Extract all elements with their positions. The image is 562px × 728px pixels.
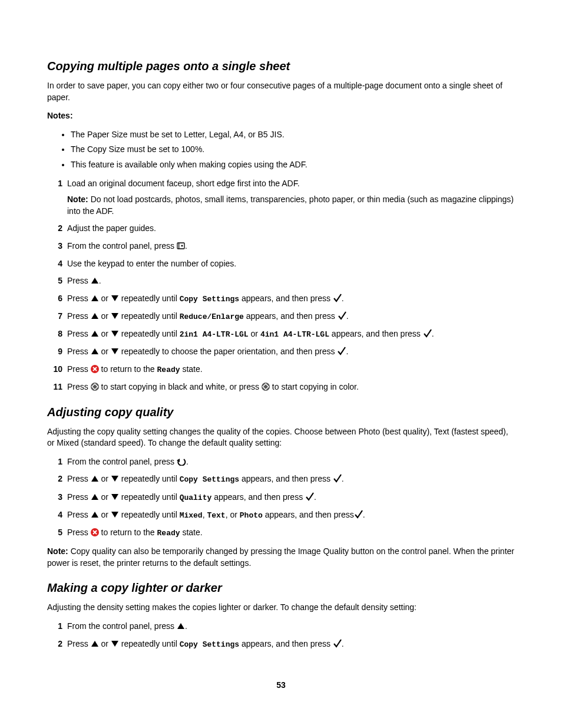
section1-heading: Copying multiple pages onto a single she… bbox=[47, 58, 515, 74]
section3-intro: Adjusting the density setting makes the … bbox=[47, 602, 515, 614]
section2-footnote: Note: Copy quality can also be temporari… bbox=[47, 546, 515, 569]
up-arrow-icon bbox=[177, 622, 185, 630]
step-text: Press bbox=[67, 364, 91, 374]
section3-heading: Making a copy lighter or darker bbox=[47, 579, 515, 596]
step-text: . bbox=[346, 311, 349, 321]
check-icon bbox=[333, 474, 342, 483]
menu-label: Copy Settings bbox=[180, 475, 239, 484]
note-text: Do not load postcards, photos, small ite… bbox=[67, 195, 514, 216]
step-text: From the control panel, press bbox=[67, 621, 177, 631]
step-text: Press bbox=[67, 528, 91, 537]
step-text: . bbox=[346, 347, 348, 356]
menu-label: 2in1 A4-LTR-LGL bbox=[180, 330, 249, 339]
step-text: or bbox=[99, 474, 111, 483]
check-icon bbox=[333, 639, 342, 648]
down-arrow-icon bbox=[111, 510, 119, 519]
menu-label: Text bbox=[207, 511, 225, 520]
step-text: or bbox=[249, 329, 260, 338]
state-label: Ready bbox=[157, 365, 180, 374]
step-text: appears, and then press bbox=[329, 329, 423, 338]
note-item: This feature is available only when maki… bbox=[71, 159, 515, 171]
step-text: Press bbox=[67, 347, 91, 356]
menu-label: 4in1 A4-LTR-LGL bbox=[260, 330, 329, 339]
step-text: Press bbox=[67, 311, 91, 321]
check-icon bbox=[337, 347, 346, 355]
up-arrow-icon bbox=[91, 493, 99, 501]
step-text: Press bbox=[67, 510, 91, 519]
down-arrow-icon bbox=[111, 493, 119, 501]
start-bw-icon bbox=[91, 383, 99, 391]
stop-icon bbox=[91, 528, 99, 536]
step-text: or bbox=[99, 294, 111, 303]
back-icon bbox=[177, 457, 186, 466]
up-arrow-icon bbox=[91, 347, 99, 355]
step-text: . bbox=[363, 510, 365, 519]
up-arrow-icon bbox=[91, 510, 99, 519]
panel-icon bbox=[177, 242, 185, 250]
step-text: to return to the bbox=[99, 364, 157, 374]
up-arrow-icon bbox=[91, 640, 99, 648]
down-arrow-icon bbox=[111, 294, 119, 302]
up-arrow-icon bbox=[91, 475, 99, 483]
up-arrow-icon bbox=[91, 276, 99, 285]
step-text: or bbox=[99, 492, 111, 502]
check-icon bbox=[333, 294, 342, 302]
down-arrow-icon bbox=[111, 475, 119, 483]
check-icon bbox=[354, 510, 363, 519]
section2-heading: Adjusting copy quality bbox=[47, 404, 515, 420]
step-text: repeatedly until bbox=[119, 474, 180, 483]
step-text: or bbox=[99, 639, 111, 648]
step-text: state. bbox=[180, 364, 203, 374]
step-text: From the control panel, press bbox=[67, 457, 177, 466]
start-color-icon bbox=[262, 383, 270, 391]
note-label: Note: bbox=[67, 195, 88, 204]
step-text: Press bbox=[67, 294, 91, 303]
down-arrow-icon bbox=[111, 640, 119, 648]
down-arrow-icon bbox=[111, 347, 119, 355]
menu-label: Mixed bbox=[180, 511, 203, 520]
step-text: . bbox=[186, 457, 189, 466]
note-item: The Copy Size must be set to 100%. bbox=[71, 144, 515, 156]
step-text: Press bbox=[67, 382, 91, 391]
section1-intro: In order to save paper, you can copy eit… bbox=[47, 80, 515, 103]
step-text: . bbox=[185, 621, 187, 631]
menu-label: Quality bbox=[180, 493, 212, 502]
down-arrow-icon bbox=[111, 312, 119, 320]
step-text: to return to the bbox=[99, 528, 157, 537]
step-text: appears, and then press bbox=[239, 294, 333, 303]
section1-steps: 1 Load an original document faceup, shor… bbox=[47, 178, 515, 393]
step-text: Press bbox=[67, 276, 91, 285]
step-text: appears, and then press bbox=[239, 639, 333, 648]
step-text: to start copying in black and white, or … bbox=[99, 382, 262, 391]
menu-label: Copy Settings bbox=[180, 640, 239, 649]
step-text: Press bbox=[67, 639, 91, 648]
step-text: appears, and then press bbox=[211, 492, 305, 502]
menu-label: Photo bbox=[240, 511, 263, 520]
step-text: or bbox=[99, 311, 111, 321]
check-icon bbox=[423, 329, 432, 338]
check-icon bbox=[305, 492, 314, 501]
step-text: . bbox=[314, 492, 316, 502]
step-text: or bbox=[99, 347, 111, 356]
step-text: state. bbox=[180, 528, 203, 537]
step-text: repeatedly until bbox=[119, 510, 180, 519]
section3-steps: 1 From the control panel, press . 2 Pres… bbox=[47, 621, 515, 650]
step-text: or bbox=[99, 329, 111, 338]
step-text: repeatedly until bbox=[119, 329, 180, 338]
stop-icon bbox=[91, 365, 99, 373]
step-text: appears, and then press bbox=[244, 311, 338, 321]
step-text: Use the keypad to enter the number of co… bbox=[67, 259, 236, 268]
step-text: Press bbox=[67, 474, 91, 483]
note-text: Copy quality can also be temporarily cha… bbox=[47, 546, 514, 568]
step-text: repeatedly to choose the paper orientati… bbox=[119, 347, 337, 356]
page-number: 53 bbox=[47, 680, 515, 691]
step-text: or bbox=[99, 510, 111, 519]
notes-label: Notes: bbox=[47, 110, 515, 122]
state-label: Ready bbox=[157, 529, 180, 538]
step-text: Press bbox=[67, 329, 91, 338]
up-arrow-icon bbox=[91, 312, 99, 320]
step-text: . bbox=[342, 294, 344, 303]
step-text: repeatedly until bbox=[119, 492, 180, 502]
step-text: . bbox=[432, 329, 434, 338]
step-text: Load an original document faceup, short … bbox=[67, 179, 300, 188]
